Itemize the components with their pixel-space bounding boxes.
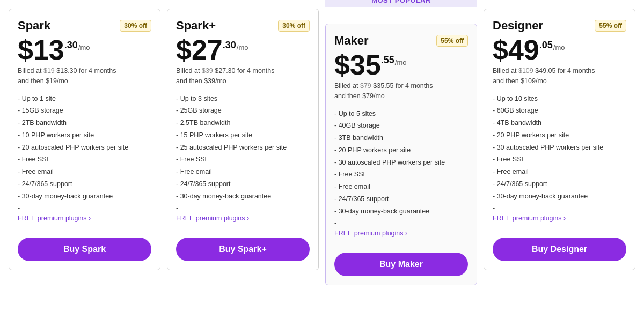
feature-item: Free email xyxy=(334,181,468,193)
feature-item: Free SSL xyxy=(334,168,468,181)
price-row-spark-plus: $27 .30 /mo xyxy=(176,36,310,64)
price-suffix-spark-plus: /mo xyxy=(237,43,248,51)
feature-item: Free email xyxy=(18,166,151,178)
feature-item: 3TB bandwidth xyxy=(334,132,468,144)
feature-item: Free SSL xyxy=(18,153,151,166)
plan-name-designer: Designer xyxy=(493,19,543,33)
features-list-spark-plus: Up to 3 sites25GB storage2.5TB bandwidth… xyxy=(176,93,310,225)
feature-item: 30-day money-back guarantee xyxy=(334,205,468,218)
plan-card-spark: Spark 30% off $13 .30 /mo Billed at $19 … xyxy=(9,9,160,270)
feature-item: 30-day money-back guarantee xyxy=(18,190,151,203)
price-main-spark: $13 xyxy=(18,36,64,64)
feature-item: 20 PHP workers per site xyxy=(334,144,468,157)
feature-item: Up to 1 site xyxy=(18,93,151,105)
price-suffix-designer: /mo xyxy=(553,43,565,51)
feature-item: 30-day money-back guarantee xyxy=(176,190,310,203)
price-main-maker: $35 xyxy=(334,51,381,79)
plan-header-spark-plus: Spark+ 30% off xyxy=(176,19,310,33)
discount-badge-designer: 55% off xyxy=(595,20,626,32)
feature-item: 25 autoscaled PHP workers per site xyxy=(176,142,310,154)
feature-item: 20 autoscaled PHP workers per site xyxy=(18,142,151,154)
plan-wrapper-designer: Designer 55% off $49 .05 /mo Billed at $… xyxy=(484,9,635,285)
discount-badge-spark-plus: 30% off xyxy=(278,20,310,32)
feature-item: 20 PHP workers per site xyxy=(493,129,626,142)
feature-item: Free SSL xyxy=(493,153,626,166)
premium-plugins-link-spark[interactable]: FREE premium plugins › xyxy=(18,213,151,224)
buy-button-spark-plus[interactable]: Buy Spark+ xyxy=(176,238,310,261)
buy-button-spark[interactable]: Buy Spark xyxy=(18,238,151,261)
price-cents-designer: .05 xyxy=(539,40,553,50)
plan-card-maker: Maker 55% off $35 .55 /mo Billed at $79 … xyxy=(325,24,477,285)
feature-item: 10 PHP workers per site xyxy=(18,129,151,142)
popular-badge: MOST POPULAR xyxy=(325,0,477,7)
premium-plugins-item-maker[interactable]: FREE premium plugins › xyxy=(334,217,468,240)
feature-item: 40GB storage xyxy=(334,120,468,132)
plan-name-maker: Maker xyxy=(334,34,369,48)
feature-item: Free email xyxy=(493,166,626,178)
plan-header-maker: Maker 55% off xyxy=(334,34,468,48)
premium-plugins-item-designer[interactable]: FREE premium plugins › xyxy=(493,202,626,225)
feature-item: 2TB bandwidth xyxy=(18,117,151,129)
plan-header-spark: Spark 30% off xyxy=(18,19,151,33)
price-cents-spark: .30 xyxy=(64,40,78,50)
features-list-designer: Up to 10 sites60GB storage4TB bandwidth2… xyxy=(493,93,626,225)
premium-plugins-item-spark[interactable]: FREE premium plugins › xyxy=(18,202,151,225)
discount-badge-maker: 55% off xyxy=(436,35,468,47)
feature-item: 25GB storage xyxy=(176,105,310,117)
feature-item: 30-day money-back guarantee xyxy=(493,190,626,203)
price-row-designer: $49 .05 /mo xyxy=(493,36,626,64)
feature-item: 30 autoscaled PHP workers per site xyxy=(334,157,468,169)
premium-plugins-item-spark-plus[interactable]: FREE premium plugins › xyxy=(176,202,310,225)
price-main-spark-plus: $27 xyxy=(176,36,223,64)
feature-item: 15 PHP workers per site xyxy=(176,129,310,142)
feature-item: 24/7/365 support xyxy=(176,178,310,190)
feature-item: Free SSL xyxy=(176,153,310,166)
buy-button-designer[interactable]: Buy Designer xyxy=(493,238,626,261)
plan-name-spark-plus: Spark+ xyxy=(176,19,216,33)
price-main-designer: $49 xyxy=(493,36,539,64)
premium-plugins-link-spark-plus[interactable]: FREE premium plugins › xyxy=(176,213,310,224)
feature-item: Free email xyxy=(176,166,310,178)
features-list-maker: Up to 5 sites40GB storage3TB bandwidth20… xyxy=(334,108,468,240)
billed-text-spark: Billed at $19 $13.30 for 4 monthsand the… xyxy=(18,66,151,86)
billed-text-maker: Billed at $79 $35.55 for 4 monthsand the… xyxy=(334,81,468,101)
plan-name-spark: Spark xyxy=(18,19,50,33)
discount-badge-spark: 30% off xyxy=(120,20,151,32)
plan-wrapper-spark: Spark 30% off $13 .30 /mo Billed at $19 … xyxy=(9,9,160,285)
feature-item: 24/7/365 support xyxy=(18,178,151,190)
feature-item: Up to 5 sites xyxy=(334,108,468,120)
feature-item: 24/7/365 support xyxy=(334,193,468,205)
billed-text-designer: Billed at $109 $49.05 for 4 monthsand th… xyxy=(493,66,626,86)
plan-card-spark-plus: Spark+ 30% off $27 .30 /mo Billed at $39… xyxy=(167,9,319,270)
plan-wrapper-spark-plus: Spark+ 30% off $27 .30 /mo Billed at $39… xyxy=(167,9,319,285)
features-list-spark: Up to 1 site15GB storage2TB bandwidth10 … xyxy=(18,93,151,225)
pricing-grid: Spark 30% off $13 .30 /mo Billed at $19 … xyxy=(9,9,635,285)
feature-item: 60GB storage xyxy=(493,105,626,117)
price-cents-maker: .55 xyxy=(381,55,394,65)
feature-item: 4TB bandwidth xyxy=(493,117,626,129)
feature-item: 24/7/365 support xyxy=(493,178,626,190)
premium-plugins-link-maker[interactable]: FREE premium plugins › xyxy=(334,228,468,239)
feature-item: Up to 10 sites xyxy=(493,93,626,105)
plan-header-designer: Designer 55% off xyxy=(493,19,626,33)
buy-button-maker[interactable]: Buy Maker xyxy=(334,253,468,276)
price-row-spark: $13 .30 /mo xyxy=(18,36,151,64)
premium-plugins-link-designer[interactable]: FREE premium plugins › xyxy=(493,213,626,224)
plan-card-designer: Designer 55% off $49 .05 /mo Billed at $… xyxy=(484,9,635,270)
plan-wrapper-maker: MOST POPULAR Maker 55% off $35 .55 /mo B… xyxy=(325,9,477,285)
price-suffix-maker: /mo xyxy=(395,58,407,66)
feature-item: 2.5TB bandwidth xyxy=(176,117,310,129)
price-suffix-spark: /mo xyxy=(78,43,90,51)
billed-text-spark-plus: Billed at $39 $27.30 for 4 monthsand the… xyxy=(176,66,310,86)
feature-item: 30 autoscaled PHP workers per site xyxy=(493,142,626,154)
price-row-maker: $35 .55 /mo xyxy=(334,51,468,79)
feature-item: 15GB storage xyxy=(18,105,151,117)
feature-item: Up to 3 sites xyxy=(176,93,310,105)
price-cents-spark-plus: .30 xyxy=(223,40,236,50)
